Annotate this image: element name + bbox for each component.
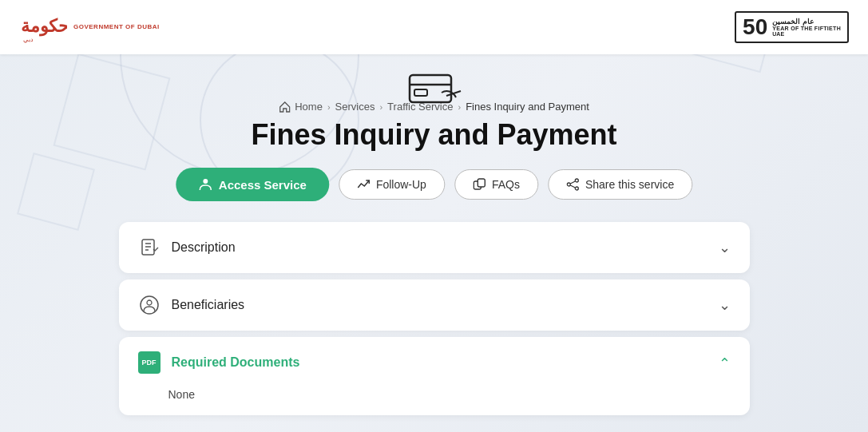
accordion-required-docs-content: None [119,388,750,415]
breadcrumb-services[interactable]: Services [335,101,375,113]
breadcrumb-home[interactable]: Home [295,101,323,113]
accordion-beneficiaries-header[interactable]: Beneficiaries ⌄ [119,279,750,331]
accordion-description-header[interactable]: Description ⌄ [119,222,750,273]
logo-area: حكومة دبي GOVERNMENT OF DUBAI [19,10,160,45]
home-icon [279,101,290,113]
svg-line-12 [570,185,575,188]
badge-sub: UAE [772,31,784,37]
access-service-button[interactable]: Access Service [176,168,329,201]
badge-year-en: YEAR OF THE FIFTIETH [772,26,841,31]
person-icon [198,177,212,192]
faqs-button[interactable]: FAQs [454,169,538,200]
badge-text: عام الخمسين YEAR OF THE FIFTIETH UAE [772,18,841,37]
accordion-description: Description ⌄ [119,222,750,273]
breadcrumb-traffic[interactable]: Traffic Service [387,101,453,113]
badge-number: 50 [743,16,767,38]
trend-icon [357,178,370,191]
site-header: حكومة دبي GOVERNMENT OF DUBAI 50 عام الخ… [0,0,868,54]
accordion-description-left: Description [138,236,236,259]
page-background: حكومة دبي GOVERNMENT OF DUBAI 50 عام الخ… [0,0,868,432]
share-button[interactable]: Share this service [548,169,692,200]
svg-rect-7 [478,179,485,187]
breadcrumb-sep-1: › [327,102,331,112]
breadcrumb-sep-3: › [458,102,461,112]
chevron-down-icon-2: ⌄ [719,296,731,314]
breadcrumb-current: Fines Inquiry and Payment [466,101,589,113]
accordion-area: Description ⌄ Beneficiaries [119,222,750,415]
pdf-icon: PDF [138,351,161,374]
svg-text:دبي: دبي [23,36,34,43]
chevron-down-icon: ⌄ [719,239,731,256]
accordion-beneficiaries-label: Beneficiaries [172,298,245,312]
svg-rect-2 [410,75,451,102]
breadcrumb-sep-2: › [379,102,382,112]
svg-line-11 [570,181,575,184]
svg-point-10 [575,187,578,190]
accordion-required-docs-header[interactable]: PDF Required Documents ⌄ [119,337,750,388]
followup-button[interactable]: Follow-Up [339,169,445,200]
accordion-required-docs-label: Required Documents [172,355,300,370]
bg-decoration [17,153,95,231]
svg-text:حكومة: حكومة [21,16,67,37]
chevron-up-icon: ⌄ [719,354,731,371]
faq-icon [473,178,486,191]
description-icon [138,236,161,259]
svg-point-18 [147,300,152,305]
svg-point-9 [567,183,570,186]
svg-point-5 [203,179,208,184]
beneficiaries-icon [138,294,161,316]
share-icon [566,178,579,191]
logo-text: GOVERNMENT OF DUBAI [73,22,160,31]
badge-year-ar: عام الخمسين [772,18,814,26]
accordion-beneficiaries: Beneficiaries ⌄ [119,279,750,331]
svg-point-8 [575,179,578,182]
page-title: Fines Inquiry and Payment [251,118,616,152]
government-logo-icon: حكومة دبي [19,10,67,45]
svg-rect-4 [414,89,427,96]
action-buttons: Access Service Follow-Up FAQs [176,168,692,201]
accordion-required-docs: PDF Required Documents ⌄ None [119,337,750,415]
accordion-beneficiaries-left: Beneficiaries [138,294,245,316]
breadcrumb: Home › Services › Traffic Service › Fine… [279,101,589,113]
accordion-required-docs-left: PDF Required Documents [138,351,300,374]
accordion-description-label: Description [172,240,236,255]
anniversary-badge: 50 عام الخمسين YEAR OF THE FIFTIETH UAE [735,11,849,43]
